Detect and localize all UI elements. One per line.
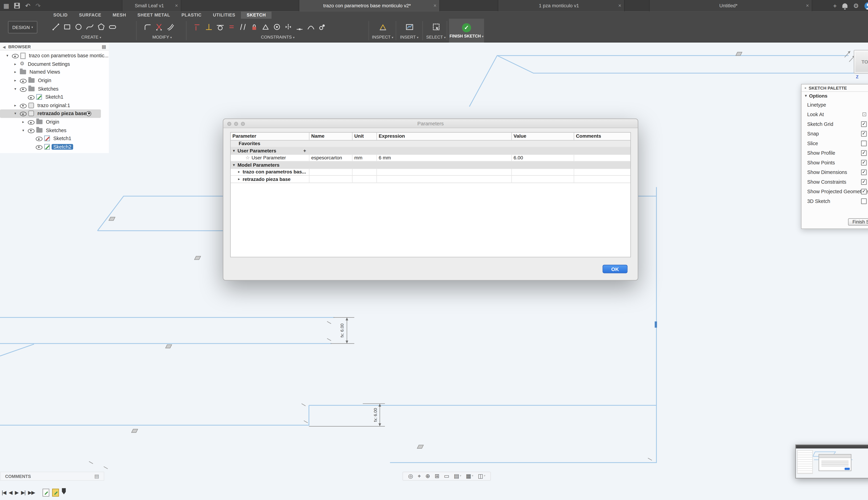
3d-sketch-checkbox[interactable] — [861, 198, 867, 204]
expand-icon[interactable]: ▸ — [12, 78, 18, 83]
browser-item-label[interactable]: Sketches — [44, 127, 68, 133]
undo-icon[interactable]: ↶ — [25, 2, 30, 9]
design-workspace-button[interactable]: DESIGN▾ — [8, 21, 37, 34]
browser-row-retrazado-active[interactable]: ▾ retrazado pieza base:1 — [0, 110, 101, 118]
parameter-name-cell[interactable]: espesorcarton — [309, 155, 353, 161]
parameter-expression-cell[interactable]: 6 mm — [377, 155, 512, 161]
viewports-icon[interactable]: ◫▾ — [478, 474, 486, 479]
visibility-eye-icon[interactable] — [12, 53, 19, 59]
tab-solid[interactable]: SOLID — [48, 11, 73, 19]
favorite-star-icon[interactable]: ☆ — [245, 155, 250, 161]
tab-close-icon[interactable]: × — [175, 3, 178, 9]
sketch-grid-checkbox[interactable]: ✓ — [861, 121, 867, 127]
dimension-label-1[interactable]: fx: 6.00 — [340, 323, 344, 338]
model-parameter-row-2[interactable]: ▸ retrazado pieza base — [231, 176, 630, 183]
look-at-icon[interactable]: ⊡ — [862, 111, 867, 117]
expand-icon[interactable]: ▸ — [12, 70, 18, 75]
grid-settings-icon[interactable]: ▦▾ — [466, 474, 473, 479]
new-tab-icon[interactable]: + — [833, 2, 837, 9]
viewcube[interactable]: TOP X Z — [854, 50, 868, 73]
user-parameters-group-row[interactable]: ▾ User Parameters + — [231, 147, 630, 155]
tab-close-icon[interactable]: × — [433, 3, 436, 9]
palette-header[interactable]: ● SKETCH PALETTE » — [801, 84, 868, 92]
browser-item-label[interactable]: Origin — [44, 119, 61, 125]
tab-sketch[interactable]: SKETCH — [241, 11, 272, 19]
spline-tool-icon[interactable] — [85, 22, 95, 32]
dialog-titlebar[interactable]: Parameters — [224, 119, 638, 128]
document-tab-2-active[interactable]: trazo con parametros base monticulo v2* … — [299, 0, 440, 11]
browser-item-label[interactable]: Sketch2 — [52, 144, 73, 150]
expand-icon[interactable]: ▸ — [12, 103, 18, 107]
collapse-panel-icon[interactable]: ◀ — [3, 44, 5, 48]
browser-item-label[interactable]: trazo original:1 — [36, 103, 72, 108]
coincident-constraint-icon[interactable] — [318, 22, 327, 32]
fillet-tool-icon[interactable] — [143, 22, 152, 32]
expand-icon[interactable]: ▸ — [238, 177, 242, 181]
go-to-end-button[interactable]: ▶▶ — [28, 490, 35, 495]
window-close-button[interactable] — [227, 122, 231, 126]
window-zoom-button[interactable] — [241, 122, 245, 126]
expand-icon[interactable]: ▸ — [238, 170, 242, 174]
tab-surface[interactable]: SURFACE — [73, 11, 107, 19]
browser-row-sketch1-2[interactable]: Sketch1 — [0, 134, 109, 143]
finish-sketch-palette-button[interactable]: Finish Sketch — [848, 218, 868, 226]
slot-tool-icon[interactable] — [107, 22, 117, 32]
constraints-dropdown[interactable]: CONSTRAINTS ▾ — [190, 35, 366, 39]
finish-sketch-button[interactable]: ✓ FINISH SKETCH ▾ — [449, 19, 484, 43]
expand-icon[interactable]: ▾ — [21, 128, 26, 133]
modify-dropdown[interactable]: MODIFY ▾ — [139, 35, 185, 39]
expand-icon[interactable]: ▾ — [4, 54, 10, 58]
browser-row-sketches[interactable]: ▾ Sketches — [0, 85, 109, 93]
visibility-eye-icon[interactable] — [20, 86, 26, 92]
concentric-constraint-icon[interactable] — [272, 22, 282, 32]
browser-item-label[interactable]: Named Views — [28, 69, 62, 75]
browser-item-label[interactable]: Sketches — [36, 86, 60, 92]
insert-canvas-icon[interactable] — [404, 22, 414, 32]
model-parameter-row-1[interactable]: ▸ trazo con parametros bas... — [231, 169, 630, 176]
browser-row-trazo-original[interactable]: ▸ trazo original:1 — [0, 101, 109, 110]
expand-icon[interactable]: ▾ — [12, 111, 18, 116]
equal-constraint-icon[interactable] — [227, 22, 237, 32]
save-icon[interactable] — [14, 3, 20, 9]
visibility-eye-icon[interactable] — [36, 144, 43, 150]
horizontal-vertical-constraint-icon[interactable] — [193, 22, 203, 32]
expand-icon[interactable]: ▾ — [233, 148, 238, 153]
expand-icon[interactable]: ▾ — [12, 87, 18, 91]
notifications-bell-icon[interactable] — [843, 3, 847, 8]
go-to-start-button[interactable]: |◀ — [2, 490, 6, 495]
select-dropdown[interactable]: SELECT ▾ — [424, 35, 448, 39]
expand-icon[interactable]: ▾ — [805, 93, 807, 98]
display-settings-icon[interactable]: ▤▾ — [454, 474, 461, 479]
visibility-eye-icon[interactable] — [36, 135, 43, 142]
inspect-dropdown[interactable]: INSPECT ▾ — [371, 35, 395, 39]
orbit-icon[interactable]: ◎ — [408, 474, 413, 479]
document-tab-4[interactable]: Untitled* × — [649, 0, 812, 11]
browser-row-root[interactable]: ▾ trazo con parametros base montic... — [0, 52, 109, 60]
timeline-feature-sketch2-active[interactable] — [52, 489, 59, 497]
snap-checkbox[interactable]: ✓ — [861, 131, 867, 136]
curvature-constraint-icon[interactable] — [306, 22, 316, 32]
floating-preview-window[interactable] — [795, 444, 868, 478]
show-points-checkbox[interactable]: ✓ — [861, 160, 867, 165]
show-constraints-checkbox[interactable]: ✓ — [861, 179, 867, 184]
show-profile-checkbox[interactable]: ✓ — [861, 150, 867, 156]
show-projected-geometries-checkbox[interactable]: ✓ — [861, 189, 867, 194]
document-tab-3[interactable]: 1 pza monticulo v1 × — [498, 0, 625, 11]
symmetry-constraint-icon[interactable] — [284, 22, 293, 32]
look-at-nav-icon[interactable]: ⌖ — [418, 474, 421, 479]
trim-scissors-icon[interactable] — [154, 22, 164, 32]
browser-row-document-settings[interactable]: ▸ ⚙ Document Settings — [0, 60, 109, 68]
zoom-icon[interactable]: ⊕ — [425, 474, 430, 479]
lock-constraint-icon[interactable] — [250, 22, 259, 32]
app-menu-icon[interactable]: ▦ — [3, 2, 9, 9]
tab-utilities[interactable]: UTILITIES — [207, 11, 241, 19]
visibility-eye-icon[interactable] — [20, 102, 26, 109]
browser-row-sketch1[interactable]: Sketch1 — [0, 93, 109, 101]
browser-item-label[interactable]: Document Settings — [26, 61, 71, 67]
tab-plastic[interactable]: PLASTIC — [176, 11, 207, 19]
options-section-header[interactable]: ▾ Options — [801, 92, 868, 100]
parameter-comments-cell[interactable] — [574, 155, 630, 161]
dimension-label-2[interactable]: fx: 6.00 — [373, 408, 378, 422]
insert-dropdown[interactable]: INSERT ▾ — [397, 35, 421, 39]
select-marquee-icon[interactable] — [431, 22, 441, 32]
